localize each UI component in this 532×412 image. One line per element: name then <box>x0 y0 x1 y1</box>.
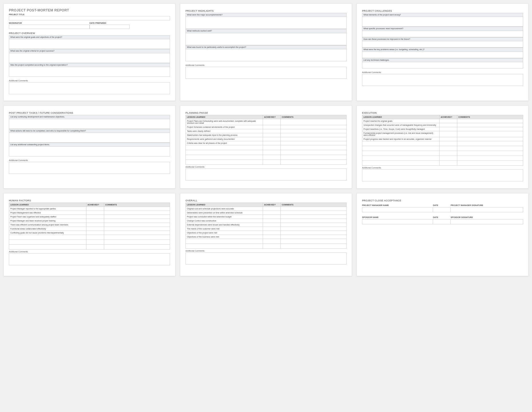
comments-cell[interactable] <box>457 146 523 151</box>
q-problems-body[interactable] <box>362 52 523 58</box>
achieved-cell[interactable] <box>439 161 457 166</box>
q-continuing-body[interactable] <box>9 119 170 129</box>
comments-cell[interactable] <box>280 119 346 125</box>
achieved-cell[interactable] <box>263 231 280 235</box>
planning-comments-box[interactable] <box>185 168 347 181</box>
project-title-input[interactable] <box>9 16 170 20</box>
achieved-cell[interactable] <box>86 223 104 227</box>
achieved-cell[interactable] <box>263 219 280 223</box>
q-outstanding-body[interactable] <box>9 147 170 156</box>
comments-cell[interactable] <box>104 231 170 235</box>
achieved-cell[interactable] <box>86 235 104 240</box>
comments-cell[interactable] <box>104 223 170 227</box>
q-methods-body[interactable] <box>185 33 347 45</box>
achieved-cell[interactable] <box>263 137 280 141</box>
comments-cell[interactable] <box>280 133 346 137</box>
achieved-cell[interactable] <box>263 119 280 125</box>
q-accomplishments-body[interactable] <box>185 17 347 29</box>
post-tasks-comments-box[interactable] <box>9 162 170 174</box>
comments-cell[interactable] <box>280 215 346 219</box>
comments-cell[interactable] <box>104 219 170 223</box>
achieved-cell[interactable] <box>439 137 457 141</box>
achieved-cell[interactable] <box>263 141 280 145</box>
q-actions-body[interactable] <box>9 133 170 143</box>
comments-cell[interactable] <box>457 141 523 146</box>
report-comments-box[interactable] <box>9 82 170 94</box>
comments-cell[interactable] <box>280 207 346 211</box>
comments-cell[interactable] <box>280 211 346 215</box>
comments-cell[interactable] <box>104 215 170 219</box>
achieved-cell[interactable] <box>86 240 104 245</box>
achieved-cell[interactable] <box>263 223 280 227</box>
achieved-cell[interactable] <box>263 160 280 165</box>
achieved-cell[interactable] <box>263 155 280 160</box>
highlights-comments-box[interactable] <box>185 67 347 79</box>
comments-cell[interactable] <box>457 151 523 156</box>
comments-cell[interactable] <box>280 129 346 133</box>
achieved-cell[interactable] <box>86 207 104 211</box>
challenges-comments-box[interactable] <box>362 74 523 86</box>
achieved-cell[interactable] <box>263 215 280 219</box>
achieved-cell[interactable] <box>263 207 280 211</box>
comments-cell[interactable] <box>104 240 170 245</box>
comments-cell[interactable] <box>104 207 170 211</box>
achieved-cell[interactable] <box>263 227 280 231</box>
q-processes-body[interactable] <box>362 31 523 37</box>
date-prepared-input[interactable] <box>90 25 130 29</box>
comments-cell[interactable] <box>104 245 170 250</box>
execution-comments-box[interactable] <box>362 169 523 181</box>
achieved-cell[interactable] <box>86 227 104 231</box>
sponsor-name-input[interactable] <box>362 219 433 224</box>
comments-cell[interactable] <box>280 160 346 165</box>
comments-cell[interactable] <box>280 219 346 223</box>
achieved-cell[interactable] <box>439 131 457 137</box>
achieved-cell[interactable] <box>263 150 280 155</box>
comments-cell[interactable] <box>280 137 346 141</box>
comments-cell[interactable] <box>280 239 346 244</box>
overall-comments-box[interactable] <box>185 252 347 264</box>
pm-date-input[interactable] <box>433 207 451 212</box>
achieved-cell[interactable] <box>439 146 457 151</box>
q-improve-body[interactable] <box>362 41 523 48</box>
comments-cell[interactable] <box>457 156 523 161</box>
achieved-cell[interactable] <box>263 244 280 249</box>
achieved-cell[interactable] <box>86 219 104 223</box>
achieved-cell[interactable] <box>86 231 104 235</box>
achieved-cell[interactable] <box>263 133 280 137</box>
comments-cell[interactable] <box>104 211 170 215</box>
pm-name-input[interactable] <box>362 207 433 212</box>
q-completed-body[interactable] <box>9 67 170 77</box>
q-technical-body[interactable] <box>362 62 523 68</box>
q-criteria-body[interactable] <box>9 53 170 63</box>
achieved-cell[interactable] <box>86 245 104 250</box>
q-wrong-body[interactable] <box>362 17 523 27</box>
q-goals-body[interactable] <box>9 39 170 49</box>
comments-cell[interactable] <box>104 227 170 231</box>
achieved-cell[interactable] <box>439 141 457 146</box>
comments-cell[interactable] <box>280 141 346 145</box>
comments-cell[interactable] <box>457 161 523 166</box>
achieved-cell[interactable] <box>439 127 457 131</box>
achieved-cell[interactable] <box>86 211 104 215</box>
achieved-cell[interactable] <box>263 235 280 239</box>
comments-cell[interactable] <box>457 127 523 131</box>
comments-cell[interactable] <box>280 231 346 235</box>
achieved-cell[interactable] <box>439 123 457 127</box>
achieved-cell[interactable] <box>263 211 280 215</box>
sponsor-sig-input[interactable] <box>451 219 523 224</box>
achieved-cell[interactable] <box>439 156 457 161</box>
achieved-cell[interactable] <box>439 119 457 123</box>
comments-cell[interactable] <box>280 235 346 239</box>
achieved-cell[interactable] <box>263 239 280 244</box>
achieved-cell[interactable] <box>263 145 280 150</box>
human-comments-box[interactable] <box>9 253 170 265</box>
comments-cell[interactable] <box>457 131 523 137</box>
achieved-cell[interactable] <box>439 151 457 156</box>
moderator-input[interactable] <box>9 25 90 29</box>
comments-cell[interactable] <box>280 223 346 227</box>
achieved-cell[interactable] <box>86 215 104 219</box>
comments-cell[interactable] <box>457 119 523 123</box>
comments-cell[interactable] <box>280 125 346 129</box>
comments-cell[interactable] <box>457 137 523 141</box>
achieved-cell[interactable] <box>263 129 280 133</box>
